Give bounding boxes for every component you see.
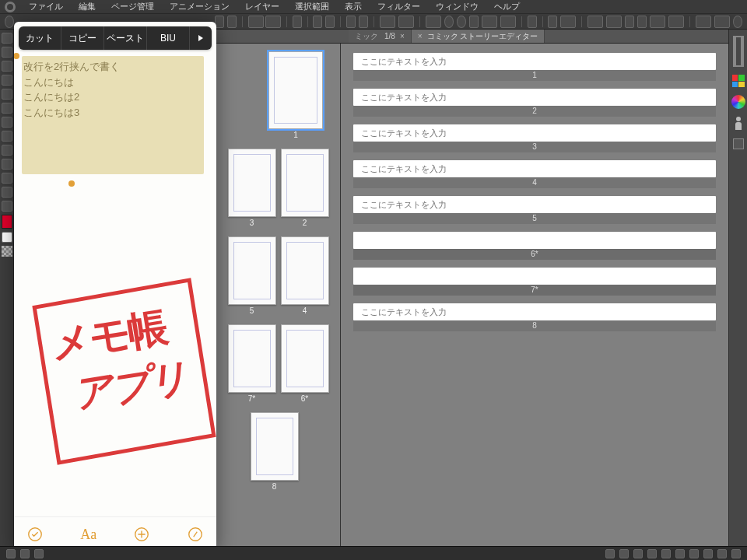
next-icon[interactable] xyxy=(398,16,414,28)
tool-gradient-icon[interactable] xyxy=(2,159,12,170)
menu-view[interactable]: 表示 xyxy=(338,0,369,13)
prev-icon[interactable] xyxy=(380,16,395,28)
page-thumb-3[interactable] xyxy=(228,149,276,217)
biu-button[interactable]: BIU xyxy=(147,26,190,50)
tool-text-icon[interactable] xyxy=(2,173,12,184)
taskbar-icon[interactable] xyxy=(34,549,44,558)
hand-icon[interactable] xyxy=(469,16,479,28)
taskbar-icon[interactable] xyxy=(661,549,671,558)
save-icon[interactable] xyxy=(325,16,335,28)
selection-handle-start-icon[interactable] xyxy=(14,53,19,59)
tool-marquee-icon[interactable] xyxy=(2,47,12,58)
story-input-4[interactable] xyxy=(353,160,716,177)
cloud-icon[interactable] xyxy=(696,16,711,28)
refresh-icon[interactable] xyxy=(5,16,14,28)
swatch-transparent-icon[interactable] xyxy=(2,246,12,257)
ruler-icon[interactable] xyxy=(587,16,603,28)
help-icon[interactable] xyxy=(733,16,742,28)
tab-comic[interactable]: ミック 1/8 × xyxy=(349,30,412,43)
grid3d-icon[interactable] xyxy=(548,16,557,28)
gear-icon[interactable] xyxy=(668,16,684,28)
cut-button[interactable]: カット xyxy=(19,26,61,50)
close-icon[interactable]: × xyxy=(418,32,423,40)
undo-icon[interactable] xyxy=(248,16,264,28)
pose-model-icon[interactable] xyxy=(733,117,744,131)
page-thumb-2[interactable] xyxy=(281,149,329,217)
story-input-7[interactable] xyxy=(353,268,716,285)
taskbar-icon[interactable] xyxy=(633,549,643,558)
close-icon[interactable]: × xyxy=(400,32,405,40)
copy-button[interactable]: コピー xyxy=(61,26,104,50)
more-arrow-icon[interactable] xyxy=(190,26,212,50)
normal-icon[interactable] xyxy=(650,16,665,28)
menu-help[interactable]: ヘルプ xyxy=(487,0,527,13)
checklist-icon[interactable] xyxy=(26,526,44,543)
page-thumb-1[interactable] xyxy=(268,51,323,129)
handwrite-icon[interactable] xyxy=(187,526,204,543)
swatch-background[interactable] xyxy=(2,232,12,243)
notes-text-area[interactable]: 改行を2行挟んで書く こんにちは こんにちは2 こんにちは3 メモ帳 アプリ xyxy=(14,54,216,516)
tool-move-icon[interactable] xyxy=(2,33,12,44)
taskbar-icon[interactable] xyxy=(647,549,657,558)
text-style-icon[interactable]: Aa xyxy=(80,526,97,543)
taskbar-icon[interactable] xyxy=(731,549,741,558)
menu-selection[interactable]: 選択範囲 xyxy=(288,0,336,13)
tool-brush-icon[interactable] xyxy=(2,117,12,128)
tool-frame-icon[interactable] xyxy=(2,187,12,198)
page-thumb-8[interactable] xyxy=(251,412,299,481)
zoom-icon[interactable] xyxy=(444,16,454,28)
story-input-2[interactable] xyxy=(353,89,716,106)
layers-panel-icon[interactable] xyxy=(733,138,744,149)
snap-icon[interactable] xyxy=(560,16,576,28)
menu-file[interactable]: ファイル xyxy=(22,0,70,13)
story-input-5[interactable] xyxy=(353,196,716,213)
selection-handle-end-icon[interactable] xyxy=(68,180,75,187)
page-thumb-7[interactable] xyxy=(228,324,276,393)
tool-eyedrop-icon[interactable] xyxy=(2,89,12,100)
menu-page[interactable]: ページ管理 xyxy=(104,0,161,13)
color-wheel-icon[interactable] xyxy=(731,95,745,109)
taskbar-icon[interactable] xyxy=(703,549,713,558)
redo-icon[interactable] xyxy=(265,16,281,28)
tool-pen-icon[interactable] xyxy=(2,103,12,114)
crop-icon[interactable] xyxy=(528,16,537,28)
taskbar-icon[interactable] xyxy=(619,549,629,558)
story-input-6[interactable] xyxy=(353,232,716,249)
taskbar-icon[interactable] xyxy=(20,549,30,558)
page-icon[interactable] xyxy=(346,16,356,28)
taskbar-icon[interactable] xyxy=(605,549,615,558)
taskbar-icon[interactable] xyxy=(689,549,699,558)
taskbar-icon[interactable] xyxy=(6,549,16,558)
taskbar-icon[interactable] xyxy=(717,549,727,558)
story-input-8[interactable] xyxy=(353,303,716,320)
fit-icon[interactable] xyxy=(457,16,466,28)
folder-icon[interactable] xyxy=(313,16,322,28)
story-input-3[interactable] xyxy=(353,124,716,142)
page-thumb-4[interactable] xyxy=(281,236,329,305)
sync-icon[interactable] xyxy=(714,16,730,28)
menu-filter[interactable]: フィルター xyxy=(370,0,427,13)
trash-icon[interactable] xyxy=(293,16,302,28)
flip-icon[interactable] xyxy=(500,16,516,28)
pages-icon[interactable] xyxy=(359,16,368,28)
menu-window[interactable]: ウィンドウ xyxy=(429,0,486,13)
more-icon[interactable] xyxy=(625,16,634,28)
tool-ruler-icon[interactable] xyxy=(2,201,12,212)
film-strip-icon[interactable] xyxy=(733,36,744,67)
menu-animation[interactable]: アニメーション xyxy=(163,0,237,13)
layout-list-icon[interactable] xyxy=(227,16,237,28)
tab-story-editor[interactable]: × コミック ストーリーエディター xyxy=(412,30,545,43)
rotate-icon[interactable] xyxy=(426,16,441,28)
color-set-icon[interactable] xyxy=(732,75,745,87)
ruler2-icon[interactable] xyxy=(606,16,622,28)
tool-wand-icon[interactable] xyxy=(2,75,12,86)
tool-erase-icon[interactable] xyxy=(2,131,12,142)
page-thumb-6[interactable] xyxy=(281,324,329,393)
menu-edit[interactable]: 編集 xyxy=(72,0,103,13)
page-thumb-5[interactable] xyxy=(228,236,276,305)
add-icon[interactable] xyxy=(133,526,150,543)
tool-fill-icon[interactable] xyxy=(2,145,12,156)
taskbar-icon[interactable] xyxy=(675,549,685,558)
paste-button[interactable]: ペースト xyxy=(104,26,147,50)
swatch-foreground[interactable] xyxy=(2,215,12,229)
